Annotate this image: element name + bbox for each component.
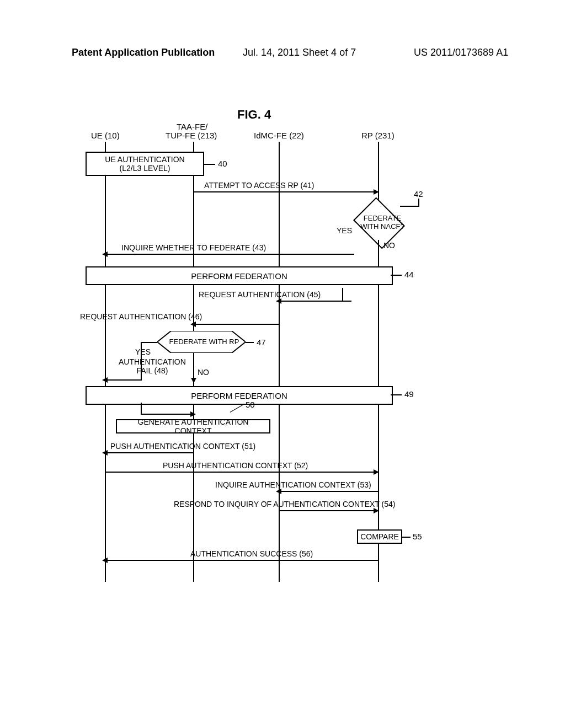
no-42-line [378,240,379,266]
msg-53: INQUIRE AUTHENTICATION CONTEXT (53) [215,480,371,489]
arrow-45 [280,301,351,302]
ref-line-50 [230,404,244,413]
ref-49: 49 [404,389,414,399]
lane-taa-1: TAA-FE/ [177,122,207,131]
sequence-diagram: UE (10) TAA-FE/ TUP-FE (213) IdMC-FE (22… [86,119,477,582]
msg-41: ATTEMPT TO ACCESS RP (41) [204,181,314,190]
arrow-48-head [102,377,108,383]
loop-50-v1 [141,403,142,414]
arrow-46-v [279,301,280,324]
loop-50-head [190,411,196,417]
ref-50: 50 [246,400,255,409]
ref-line-44 [391,275,402,276]
loop-50-h [141,414,193,415]
decision-47-wrap [157,331,246,355]
arrow-46-head [190,322,196,327]
msg-43: INQUIRE WHETHER TO FEDERATE (43) [121,243,266,252]
arrow-54-head [374,508,379,513]
box-federation-44: PERFORM FEDERATION [86,266,393,285]
lifeline-idmc [279,142,280,582]
arrow-53-head [276,489,281,494]
box-ue-auth: UE AUTHENTICATION (L2/L3 LEVEL) [86,152,204,176]
header-left: Patent Application Publication [72,47,215,58]
box-gen-auth-ctx: GENERATE AUTHENTICATION CONTEXT [116,419,270,433]
lane-taa-2: TUP-FE (213) [166,131,217,140]
yes-47-line [141,342,157,343]
arrow-43 [106,254,354,255]
lane-rp: RP (231) [361,131,395,140]
header-right: US 2011/0173689 A1 [414,47,508,58]
arrow-54 [280,510,376,511]
decision-42 [353,197,405,249]
label-yes-42: YES [337,226,352,235]
msg-51: PUSH AUTHENTICATION CONTEXT (51) [110,442,255,451]
arrow-51 [106,452,193,453]
arrow-43-head [102,251,108,257]
arrow-46 [194,324,280,325]
decision-47-shape [157,331,246,353]
no-47-line [193,353,194,381]
ref-line-42a [400,206,419,207]
ref-44: 44 [404,270,414,279]
arrow-41 [194,191,376,192]
ref-42: 42 [414,189,423,199]
msg-52: PUSH AUTHENTICATION CONTEXT (52) [163,461,308,470]
lifeline-ue [105,142,106,582]
arrow-53 [280,491,378,492]
arrow-48 [106,379,141,381]
no-42-stub [342,288,343,301]
header-center: Jul. 14, 2011 Sheet 4 of 7 [243,47,356,58]
msg-56: AUTHENTICATION SUCCESS (56) [190,549,313,558]
lane-idmc: IdMC-FE (22) [254,131,304,140]
svg-marker-0 [157,331,246,353]
label-yes-47: YES [135,347,151,356]
msg-45: REQUEST AUTHENTICATION (45) [199,290,321,299]
lane-ue: UE (10) [91,131,120,140]
label-no-47: NO [198,368,209,377]
ref-line-47 [246,342,254,343]
ref-40: 40 [218,159,227,168]
arrow-52-head [374,469,379,475]
box-ue-auth-l1: UE AUTHENTICATION [105,155,184,164]
ref-line-42b [418,199,419,207]
label-no-42: NO [383,241,395,250]
arrow-51-head [102,450,108,456]
msg-48: AUTHENTICATION FAIL (48) [119,357,186,375]
no-47-head [191,378,196,383]
msg-54: RESPOND TO INQUIRY OF AUTHENTICATION CON… [174,500,395,508]
arrow-56 [106,560,378,561]
ref-55: 55 [413,532,422,541]
box-ue-auth-l2: (L2/L3 LEVEL) [120,164,170,173]
ref-line-55 [402,537,411,538]
arrow-41-head [374,189,379,195]
msg-46: REQUEST AUTHENTICATION (46) [80,312,202,321]
ref-line-49 [391,394,402,395]
arrow-56-head [102,558,108,563]
ref-line-40 [204,164,215,165]
box-compare: COMPARE [357,529,402,544]
ref-47: 47 [257,338,266,347]
arrow-52 [106,472,376,473]
box-federation-49: PERFORM FEDERATION [86,386,393,405]
